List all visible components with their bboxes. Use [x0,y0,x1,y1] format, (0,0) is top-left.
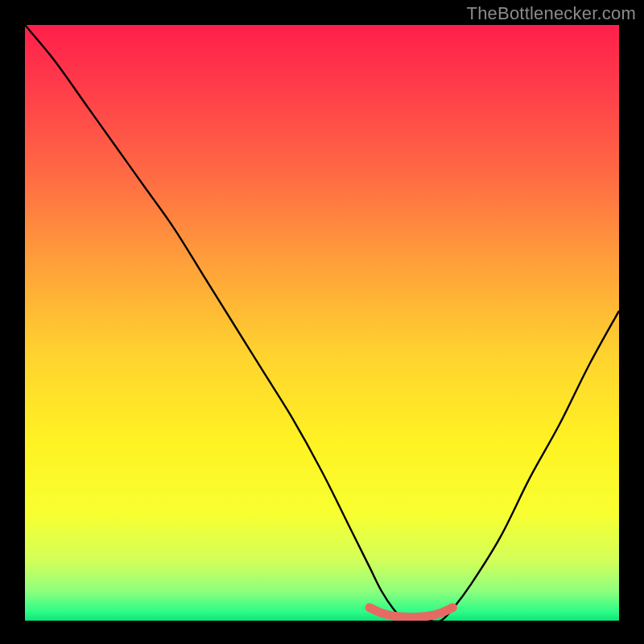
chart-frame: TheBottlenecker.com [0,0,644,644]
plot-area [25,25,619,621]
gradient-background [25,25,619,621]
attribution-label: TheBottlenecker.com [467,3,636,24]
chart-svg [25,25,619,621]
